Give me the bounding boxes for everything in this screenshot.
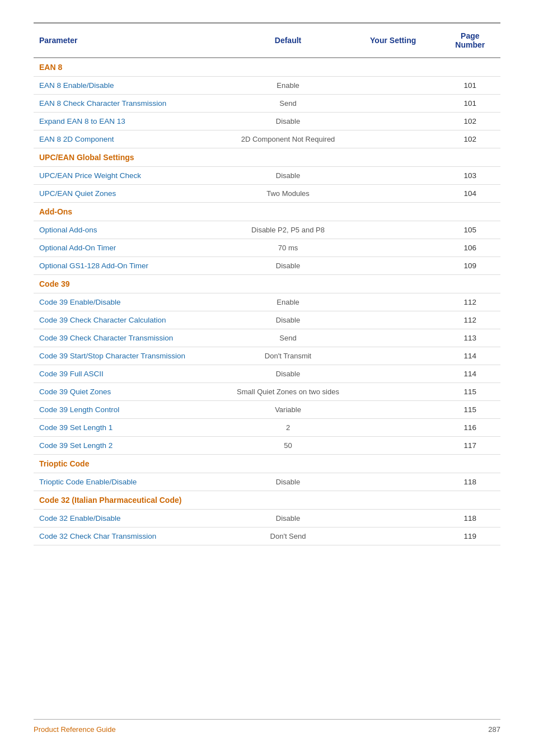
table-row: EAN 8 Check Character TransmissionSend10… [34, 95, 500, 113]
param-cell: EAN 8 Enable/Disable [34, 77, 229, 95]
param-cell: Expand EAN 8 to EAN 13 [34, 113, 229, 130]
section-label: Trioptic Code [34, 455, 500, 473]
default-cell: Enable [229, 77, 346, 95]
page-num-cell: 105 [440, 221, 500, 239]
page-num-cell: 118 [440, 510, 500, 528]
param-cell: Code 39 Set Length 2 [34, 437, 229, 455]
table-row: Code 39 Set Length 250117 [34, 437, 500, 455]
default-cell: 2D Component Not Required [229, 130, 346, 148]
your-setting-cell [346, 293, 440, 311]
param-cell: Optional Add-On Timer [34, 239, 229, 257]
table-row: Code 39 Quiet ZonesSmall Quiet Zones on … [34, 383, 500, 401]
section-header-row: Trioptic Code [34, 455, 500, 473]
table-row: Expand EAN 8 to EAN 13Disable102 [34, 113, 500, 130]
default-cell: Disable [229, 311, 346, 329]
page-num-cell: 118 [440, 473, 500, 491]
section-label: Code 39 [34, 275, 500, 293]
default-cell: Disable [229, 510, 346, 528]
your-setting-cell [346, 401, 440, 419]
page-num-cell: 101 [440, 77, 500, 95]
your-setting-cell [346, 239, 440, 257]
your-setting-cell [346, 437, 440, 455]
your-setting-cell [346, 510, 440, 528]
header-default: Default [229, 24, 346, 58]
param-cell: Code 39 Start/Stop Character Transmissio… [34, 347, 229, 365]
default-cell: 2 [229, 419, 346, 437]
table-row: Code 39 Start/Stop Character Transmissio… [34, 347, 500, 365]
main-table: Parameter Default Your Setting Page Numb… [34, 24, 500, 545]
table-row: Code 39 Check Character TransmissionSend… [34, 329, 500, 347]
default-cell: Disable [229, 113, 346, 130]
default-cell: Disable [229, 365, 346, 383]
your-setting-cell [346, 365, 440, 383]
your-setting-cell [346, 130, 440, 148]
page-num-cell: 103 [440, 167, 500, 185]
page-num-cell: 116 [440, 419, 500, 437]
your-setting-cell [346, 185, 440, 203]
table-row: Optional Add-On Timer70 ms106 [34, 239, 500, 257]
your-setting-cell [346, 528, 440, 545]
page-num-cell: 114 [440, 347, 500, 365]
page-num-cell: 101 [440, 95, 500, 113]
param-cell: Code 39 Length Control [34, 401, 229, 419]
table-row: Trioptic Code Enable/DisableDisable118 [34, 473, 500, 491]
header-your-setting: Your Setting [346, 24, 440, 58]
param-cell: UPC/EAN Quiet Zones [34, 185, 229, 203]
default-cell: Small Quiet Zones on two sides [229, 383, 346, 401]
default-cell: 70 ms [229, 239, 346, 257]
header-parameter: Parameter [34, 24, 229, 58]
your-setting-cell [346, 383, 440, 401]
page-num-cell: 112 [440, 311, 500, 329]
param-cell: EAN 8 Check Character Transmission [34, 95, 229, 113]
default-cell: Disable [229, 473, 346, 491]
your-setting-cell [346, 347, 440, 365]
header-page-number: Page Number [440, 24, 500, 58]
param-cell: Code 32 Enable/Disable [34, 510, 229, 528]
your-setting-cell [346, 473, 440, 491]
page-num-cell: 115 [440, 401, 500, 419]
page-num-cell: 114 [440, 365, 500, 383]
page-num-cell: 112 [440, 293, 500, 311]
page-num-cell: 109 [440, 257, 500, 275]
your-setting-cell [346, 311, 440, 329]
default-cell: Don't Transmit [229, 347, 346, 365]
page-num-cell: 102 [440, 113, 500, 130]
param-cell: Trioptic Code Enable/Disable [34, 473, 229, 491]
param-cell: EAN 8 2D Component [34, 130, 229, 148]
section-label: EAN 8 [34, 58, 500, 77]
param-cell: UPC/EAN Price Weight Check [34, 167, 229, 185]
param-cell: Code 39 Enable/Disable [34, 293, 229, 311]
your-setting-cell [346, 221, 440, 239]
param-cell: Code 39 Full ASCII [34, 365, 229, 383]
page-num-cell: 102 [440, 130, 500, 148]
section-header-row: Add-Ons [34, 203, 500, 221]
your-setting-cell [346, 113, 440, 130]
your-setting-cell [346, 167, 440, 185]
footer-page-number: 287 [488, 725, 500, 734]
table-row: Code 39 Set Length 12116 [34, 419, 500, 437]
page-num-cell: 106 [440, 239, 500, 257]
page-num-cell: 119 [440, 528, 500, 545]
footer-left-label: Product Reference Guide [34, 725, 116, 734]
default-cell: Don't Send [229, 528, 346, 545]
param-cell: Code 39 Check Character Calculation [34, 311, 229, 329]
default-cell: Send [229, 329, 346, 347]
page-num-cell: 115 [440, 383, 500, 401]
table-row: EAN 8 Enable/DisableEnable101 [34, 77, 500, 95]
your-setting-cell [346, 77, 440, 95]
your-setting-cell [346, 419, 440, 437]
table-row: Code 39 Check Character CalculationDisab… [34, 311, 500, 329]
default-cell: 50 [229, 437, 346, 455]
table-row: Code 32 Enable/DisableDisable118 [34, 510, 500, 528]
param-cell: Optional Add-ons [34, 221, 229, 239]
footer: Product Reference Guide 287 [34, 719, 500, 734]
page-num-cell: 117 [440, 437, 500, 455]
param-cell: Code 32 Check Char Transmission [34, 528, 229, 545]
section-label: Code 32 (Italian Pharmaceutical Code) [34, 491, 500, 510]
default-cell: Disable P2, P5 and P8 [229, 221, 346, 239]
table-body: EAN 8EAN 8 Enable/DisableEnable101EAN 8 … [34, 58, 500, 545]
default-cell: Disable [229, 167, 346, 185]
table-row: UPC/EAN Quiet ZonesTwo Modules104 [34, 185, 500, 203]
table-row: EAN 8 2D Component2D Component Not Requi… [34, 130, 500, 148]
section-header-row: UPC/EAN Global Settings [34, 148, 500, 167]
